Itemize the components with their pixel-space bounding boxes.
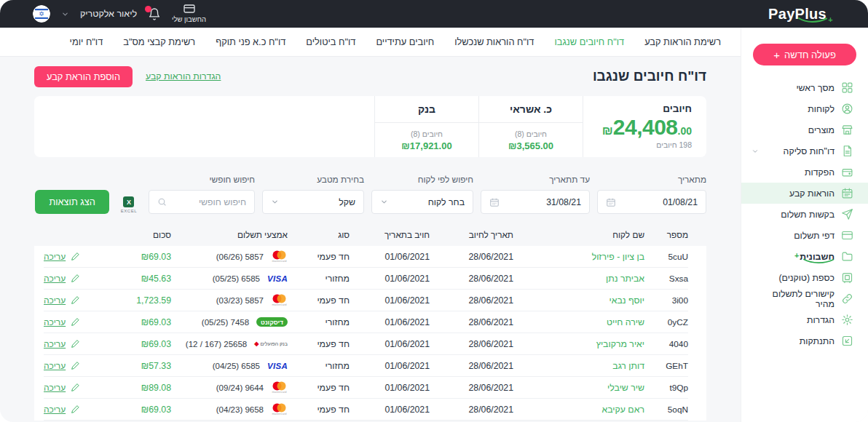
charged-on-date: 01/06/2021 xyxy=(350,252,430,262)
charge-type: מחזורי xyxy=(288,361,350,371)
customer-select[interactable]: בחר לקוח xyxy=(371,190,473,214)
edit-pencil-icon[interactable] xyxy=(71,339,80,349)
from-date-value: 01/08/21 xyxy=(663,197,698,207)
edit-link[interactable]: עריכה xyxy=(44,361,66,371)
edit-link[interactable]: עריכה xyxy=(44,274,66,284)
mastercard-icon: mastercard xyxy=(271,381,288,394)
edit-link[interactable]: עריכה xyxy=(44,405,66,415)
products-icon xyxy=(841,124,853,136)
charges-total: ₪24,408.00 xyxy=(583,115,692,140)
charged-on-date: 01/06/2021 xyxy=(350,274,430,284)
visa-icon: VISA xyxy=(267,362,288,370)
customer-link[interactable]: שירה חייט xyxy=(513,317,644,327)
chevron-down-icon xyxy=(751,148,759,155)
israel-flag-icon[interactable]: ✡ xyxy=(33,5,50,23)
tab[interactable]: רשימת הוראות קבע xyxy=(644,36,721,47)
show-results-button[interactable]: הצג תוצאות xyxy=(35,190,108,214)
sidebar-item-logout[interactable]: התנתקות xyxy=(741,330,868,351)
tab[interactable]: דו"ח יומי xyxy=(70,36,103,47)
excel-label: EXCEL xyxy=(121,209,137,213)
card-number: (12 / 167) 25658 xyxy=(186,340,247,349)
customer-link[interactable]: דותן רגב xyxy=(513,361,644,371)
edit-pencil-icon[interactable] xyxy=(71,295,80,305)
tab[interactable]: דו"ח חיובים שנגבו xyxy=(554,36,624,47)
tab[interactable]: חיובים עתידיים xyxy=(376,36,434,47)
standing-order-settings-link[interactable]: הגדרות הוראות קבע xyxy=(146,71,221,81)
customer-select-value: בחר לקוח xyxy=(428,197,465,207)
sidebar-item-calendar[interactable]: הוראות קבע xyxy=(741,183,868,204)
row-number: t9Qp xyxy=(644,383,688,393)
tab[interactable]: דו"ח הוראות שנכשלו xyxy=(454,36,534,47)
table-header: מספרשם לקוחתאריך לחיובחויב בתאריךסוגאמצע… xyxy=(44,224,688,246)
sidebar-menu: מסך ראשילקוחותמוצריםדו"חות סליקההפקדותהו… xyxy=(741,77,868,351)
sidebar-item-label: התנתקות xyxy=(800,336,835,346)
bank-summary-title: בנק xyxy=(375,96,478,123)
tabs-bar: רשימת הוראות קבעדו"ח חיובים שנגבודו"ח הו… xyxy=(0,28,741,57)
edit-link[interactable]: עריכה xyxy=(44,252,66,262)
charge-date: 28/06/2021 xyxy=(430,405,513,415)
charge-date: 28/06/2021 xyxy=(430,252,513,262)
charge-date: 28/06/2021 xyxy=(430,295,513,306)
add-standing-order-button[interactable]: הוספת הוראת קבע xyxy=(34,66,133,87)
sidebar-item-link[interactable]: קישורים לתשלום מהיר xyxy=(741,288,868,309)
customer-link[interactable]: יוסף נבאי xyxy=(513,295,644,306)
notifications-bell-icon[interactable] xyxy=(148,7,161,21)
customer-link[interactable]: שיר שיבלי xyxy=(513,383,644,393)
edit-link[interactable]: עריכה xyxy=(44,339,66,349)
sidebar-item-reports[interactable]: דו"חות סליקה xyxy=(741,140,868,162)
tab[interactable]: דו"ח כ.א פני תוקף xyxy=(216,36,285,47)
edit-link[interactable]: עריכה xyxy=(44,383,66,393)
credit-summary-title: כ. אשראי xyxy=(479,96,583,123)
new-action-button[interactable]: פעולה חדשה + xyxy=(753,44,856,65)
sidebar-item-dashboard[interactable]: מסך ראשי xyxy=(741,77,868,98)
edit-link[interactable]: עריכה xyxy=(44,295,66,306)
amount: ₪69.03 xyxy=(102,252,171,262)
user-name[interactable]: ליאור אלקטריק xyxy=(80,9,137,19)
page-body: דו"ח חיובים שנגבו הגדרות הוראות קבע הוספ… xyxy=(0,57,741,422)
column-header: אמצעי תשלום xyxy=(171,230,288,240)
free-search-input[interactable]: חיפוש חופשי xyxy=(149,190,255,214)
row-number: 4040 xyxy=(644,339,688,349)
card-number: (05/25) 6585 xyxy=(213,274,260,283)
excel-export-button[interactable]: X EXCEL xyxy=(121,196,137,213)
charge-date: 28/06/2021 xyxy=(430,339,513,349)
charges-total-frac: .00 xyxy=(678,125,692,137)
my-account-label: החשבון שלי xyxy=(172,15,206,23)
calendar-icon xyxy=(606,197,616,207)
tab[interactable]: דו"ח ביטולים xyxy=(306,36,355,47)
card-number: (04/23) 9658 xyxy=(216,405,264,414)
payment-method: mastercard(04/23) 9658 xyxy=(171,403,288,415)
chevron-down-icon[interactable] xyxy=(61,10,69,18)
charged-on-date: 01/06/2021 xyxy=(350,339,430,349)
my-account-button[interactable]: החשבון שלי xyxy=(172,4,206,23)
tab[interactable]: רשימת קבצי מס"ב xyxy=(123,36,195,47)
customer-link[interactable]: אביתר נתן xyxy=(513,274,644,284)
to-date-input[interactable]: 31/08/21 xyxy=(481,190,590,214)
sidebar-item-settings[interactable]: הגדרות xyxy=(741,309,868,330)
sidebar-item-card[interactable]: דפי תשלום xyxy=(741,225,868,246)
sidebar-item-deposits[interactable]: הפקדות xyxy=(741,162,868,183)
charges-total-int: 24,408 xyxy=(613,115,678,140)
from-date-input[interactable]: 01/08/21 xyxy=(597,190,706,214)
title-actions: הגדרות הוראות קבע הוספת הוראת קבע xyxy=(34,66,221,87)
customer-link[interactable]: בן ציון - פירזול xyxy=(513,252,644,262)
dashboard-icon xyxy=(841,81,853,94)
sidebar-item-safe[interactable]: כספת (טוקנים) xyxy=(741,267,868,288)
edit-pencil-icon[interactable] xyxy=(71,252,80,261)
edit-pencil-icon[interactable] xyxy=(71,317,80,327)
currency-select[interactable]: שקל xyxy=(262,190,364,214)
sidebar-item-products[interactable]: מוצרים xyxy=(741,119,868,140)
payment-method: mastercard(06/26) 5857 xyxy=(171,250,288,263)
edit-pencil-icon[interactable] xyxy=(71,274,80,283)
edit-pencil-icon[interactable] xyxy=(71,405,80,414)
sidebar-item-folder[interactable]: חשבונית+ xyxy=(741,246,868,267)
customer-link[interactable]: יאיר מרקוביץ xyxy=(513,339,644,349)
sidebar-item-send[interactable]: בקשות תשלום xyxy=(741,204,868,225)
currency-filter-label: בחירת מטבע xyxy=(262,175,364,185)
edit-link[interactable]: עריכה xyxy=(44,317,66,327)
customer-link[interactable]: ראם עקיבא xyxy=(513,405,644,415)
edit-pencil-icon[interactable] xyxy=(71,361,80,370)
sidebar-item-customers[interactable]: לקוחות xyxy=(741,98,868,119)
card-icon xyxy=(841,229,853,242)
edit-pencil-icon[interactable] xyxy=(71,383,80,392)
